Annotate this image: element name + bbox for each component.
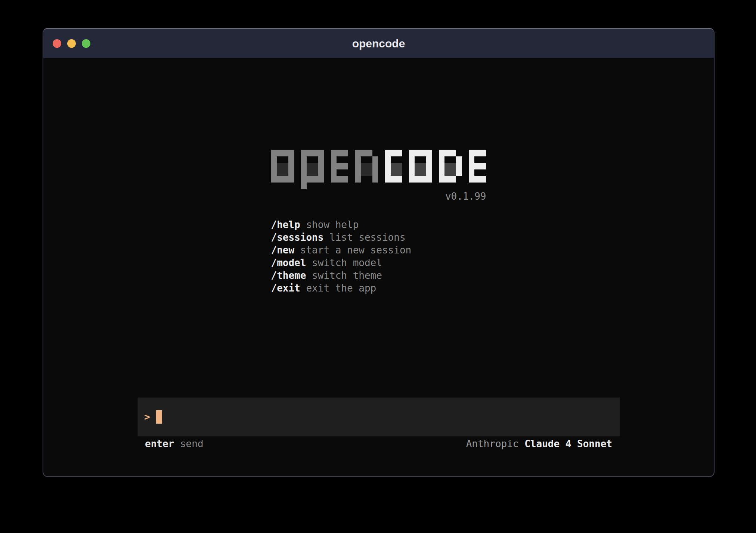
- command-name: /theme: [271, 270, 306, 281]
- key-hint: enter send: [145, 438, 204, 449]
- key-hint-key: enter: [145, 438, 174, 449]
- logo: [271, 150, 486, 189]
- logo-letter-p: [301, 150, 324, 189]
- logo-letter-n: [355, 150, 378, 189]
- command-item: /help show help: [271, 218, 486, 231]
- main-content: v0.1.99 /help show help/sessions list se…: [43, 58, 714, 476]
- traffic-lights: [53, 29, 90, 58]
- model-name: Claude 4 Sonnet: [524, 438, 612, 449]
- message-input[interactable]: >: [137, 398, 620, 436]
- command-item: /exit exit the app: [271, 282, 486, 294]
- command-name: /model: [271, 257, 306, 268]
- minimize-button[interactable]: [67, 39, 76, 48]
- command-name: /exit: [271, 283, 300, 294]
- command-item: /sessions list sessions: [271, 231, 486, 244]
- close-button[interactable]: [53, 39, 61, 48]
- prompt-symbol: >: [144, 411, 150, 423]
- window-title: opencode: [352, 37, 405, 50]
- titlebar: opencode: [43, 29, 714, 58]
- command-list: /help show help/sessions list sessions/n…: [271, 218, 486, 294]
- opencode-window: opencode v0.1.99 /help show help/session…: [43, 28, 715, 477]
- logo-letter-d: [439, 150, 462, 189]
- command-description: exit the app: [300, 283, 377, 294]
- logo-letter-o: [271, 150, 294, 189]
- logo-letter-o: [409, 150, 432, 189]
- logo-letter-e: [469, 150, 486, 189]
- command-name: /new: [271, 244, 295, 256]
- logo-letter-e: [331, 150, 348, 189]
- command-description: show help: [300, 219, 359, 230]
- logo-letter-c: [385, 150, 402, 189]
- status-bar: enter send Anthropic Claude 4 Sonnet: [137, 438, 620, 449]
- command-name: /help: [271, 219, 300, 230]
- command-item: /model switch model: [271, 256, 486, 269]
- command-item: /theme switch theme: [271, 269, 486, 282]
- command-description: start a new session: [294, 244, 411, 256]
- command-description: switch model: [306, 257, 382, 268]
- command-item: /new start a new session: [271, 244, 486, 256]
- text-cursor: [156, 410, 162, 424]
- zoom-button[interactable]: [82, 39, 90, 48]
- command-description: switch theme: [306, 270, 382, 281]
- hero: v0.1.99 /help show help/sessions list se…: [271, 58, 486, 294]
- version-label: v0.1.99: [445, 191, 486, 202]
- model-provider: Anthropic: [466, 438, 519, 449]
- key-hint-action: send: [174, 438, 203, 449]
- command-name: /sessions: [271, 232, 324, 243]
- command-description: list sessions: [323, 232, 405, 243]
- model-indicator: Anthropic Claude 4 Sonnet: [466, 438, 612, 449]
